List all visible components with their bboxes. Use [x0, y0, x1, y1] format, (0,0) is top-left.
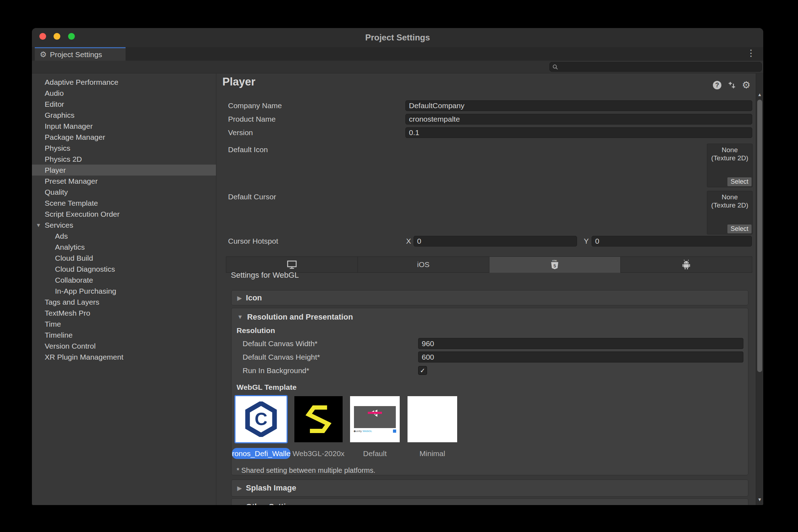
splash-image-section[interactable]: ▶ Splash Image	[231, 480, 748, 497]
sidebar-item-xr-plugin-management[interactable]: XR Plugin Management	[32, 351, 216, 362]
product-name-field[interactable]: cronostempalte	[405, 114, 752, 124]
player-settings-panel: Player ? ⚙ Company N	[216, 73, 756, 505]
settings-for-label: Settings for WebGL	[231, 271, 299, 280]
sidebar-item-label: Preset Manager	[45, 177, 98, 185]
default-cursor-select-button[interactable]: Select	[727, 225, 752, 233]
cronos-logo: C	[243, 401, 279, 437]
chevron-down-icon[interactable]: ▼	[36, 222, 41, 228]
chevron-right-icon: ▶	[237, 504, 242, 505]
webgl-template-header: WebGL Template	[237, 382, 297, 393]
sidebar-item-collaborate[interactable]: Collaborate	[32, 275, 216, 286]
hotspot-x-field[interactable]: 0	[414, 236, 577, 246]
sidebar-item-label: Time	[45, 320, 61, 328]
sidebar-item-label: Physics	[45, 144, 70, 153]
template-label-cronos[interactable]: ronos_Defi_Walle	[232, 448, 290, 459]
sidebar-item-graphics[interactable]: Graphics	[32, 110, 216, 121]
sidebar-item-package-manager[interactable]: Package Manager	[32, 132, 216, 143]
run-in-background-label: Run In Background*	[243, 365, 309, 376]
sidebar-item-input-manager[interactable]: Input Manager	[32, 121, 216, 132]
kebab-menu-icon[interactable]: ⋮	[747, 49, 755, 57]
template-label-minimal[interactable]: Minimal	[408, 448, 457, 459]
sidebar-item-adaptive-performance[interactable]: Adaptive Performance	[32, 77, 216, 88]
default-cursor-slot[interactable]: None (Texture 2D) Select	[707, 191, 753, 234]
template-label-default[interactable]: Default	[350, 448, 400, 459]
template-card-default[interactable]: ◆unity WebGL	[350, 396, 400, 442]
sidebar-item-label: In-App Purchasing	[55, 287, 116, 295]
platform-tab-ios[interactable]: iOS	[358, 256, 489, 273]
sidebar-item-services[interactable]: ▼Services	[32, 220, 216, 231]
sidebar-item-analytics[interactable]: Analytics	[32, 242, 216, 253]
template-card-cronos[interactable]: C	[234, 395, 288, 443]
sidebar-item-label: Services	[45, 221, 73, 229]
sidebar-item-physics-2d[interactable]: Physics 2D	[32, 154, 216, 165]
sidebar-item-label: Timeline	[45, 331, 73, 339]
cursor-hotspot-label: Cursor Hotspot	[228, 236, 278, 246]
sidebar-item-version-control[interactable]: Version Control	[32, 340, 216, 351]
sidebar-item-label: XR Plugin Management	[45, 353, 123, 361]
tab-label: Project Settings	[50, 50, 102, 59]
default-icon-slot[interactable]: None (Texture 2D) Select	[707, 144, 753, 187]
web3gl-logo	[299, 400, 338, 439]
version-field[interactable]: 0.1	[405, 127, 752, 138]
panel-gear-icon[interactable]: ⚙	[742, 81, 751, 90]
default-icon-select-button[interactable]: Select	[727, 177, 752, 186]
scroll-up-arrow-icon[interactable]: ▲	[756, 92, 763, 97]
sidebar-item-cloud-diagnostics[interactable]: Cloud Diagnostics	[32, 264, 216, 275]
sidebar-item-tags-and-layers[interactable]: Tags and Layers	[32, 297, 216, 307]
sidebar-item-ads[interactable]: Ads	[32, 231, 216, 242]
svg-text:5: 5	[554, 263, 556, 268]
sidebar-item-label: Graphics	[45, 111, 74, 120]
template-card-web3gl[interactable]	[294, 396, 343, 442]
other-settings-section[interactable]: ▶ Other Settings	[231, 498, 748, 505]
sidebar-item-script-execution-order[interactable]: Script Execution Order	[32, 209, 216, 220]
scrollbar-thumb[interactable]	[757, 100, 762, 372]
sidebar-item-scene-template[interactable]: Scene Template	[32, 198, 216, 209]
sidebar-item-label: Cloud Build	[55, 254, 93, 262]
android-icon	[681, 259, 692, 270]
hotspot-x-label: X	[406, 236, 411, 246]
sidebar-item-time[interactable]: Time	[32, 318, 216, 329]
run-in-background-checkbox[interactable]: ✓	[418, 366, 427, 375]
template-label-web3gl[interactable]: Web3GL-2020x	[291, 448, 346, 459]
sidebar-item-physics[interactable]: Physics	[32, 143, 216, 154]
sidebar-item-textmesh-pro[interactable]: TextMesh Pro	[32, 307, 216, 318]
icon-section[interactable]: ▶ Icon	[231, 290, 748, 305]
chevron-right-icon: ▶	[237, 295, 242, 301]
sidebar-item-quality[interactable]: Quality	[32, 187, 216, 198]
titlebar: Project Settings	[32, 28, 763, 47]
resolution-subheader: Resolution	[237, 325, 275, 336]
sidebar-item-label: Editor	[45, 100, 64, 109]
resolution-section-header[interactable]: ▼ Resolution and Presentation	[232, 310, 353, 325]
sidebar-item-player[interactable]: Player	[32, 165, 216, 176]
presets-icon[interactable]	[727, 81, 736, 90]
sidebar-item-timeline[interactable]: Timeline	[32, 329, 216, 340]
platform-tab-bar: iOS HTML 5	[226, 256, 752, 273]
hotspot-y-field[interactable]: 0	[592, 236, 752, 246]
desktop: Project Settings ⚙ Project Settings ⋮ Ad…	[0, 0, 798, 532]
version-label: Version	[228, 127, 253, 138]
page-title: Player	[222, 76, 255, 88]
product-name-label: Product Name	[228, 114, 276, 124]
panel-header-icons: ? ⚙	[713, 81, 751, 90]
canvas-height-field[interactable]: 600	[418, 351, 743, 362]
sidebar-item-label: Player	[45, 166, 66, 174]
platform-tab-android[interactable]	[621, 256, 752, 273]
sidebar-item-editor[interactable]: Editor	[32, 99, 216, 110]
sidebar-item-cloud-build[interactable]: Cloud Build	[32, 253, 216, 264]
chevron-down-icon: ▼	[237, 314, 243, 320]
sidebar-item-audio[interactable]: Audio	[32, 88, 216, 99]
search-input[interactable]	[558, 63, 761, 71]
platform-tab-webgl[interactable]: HTML 5	[489, 256, 621, 273]
template-card-minimal[interactable]	[408, 396, 457, 442]
company-name-field[interactable]: DefaultCompany	[405, 100, 752, 111]
vertical-scrollbar[interactable]: ▲ ▼	[756, 73, 763, 505]
help-icon[interactable]: ?	[713, 81, 722, 90]
sidebar-item-in-app-purchasing[interactable]: In-App Purchasing	[32, 286, 216, 297]
sidebar-item-preset-manager[interactable]: Preset Manager	[32, 176, 216, 187]
scroll-down-arrow-icon[interactable]: ▼	[756, 497, 763, 502]
project-settings-window: Project Settings ⚙ Project Settings ⋮ Ad…	[32, 28, 763, 505]
tab-project-settings[interactable]: ⚙ Project Settings	[35, 47, 126, 61]
unity-webgl-mockup: ◆unity WebGL	[350, 396, 400, 442]
search-box[interactable]	[549, 62, 762, 72]
canvas-width-field[interactable]: 960	[418, 338, 743, 349]
